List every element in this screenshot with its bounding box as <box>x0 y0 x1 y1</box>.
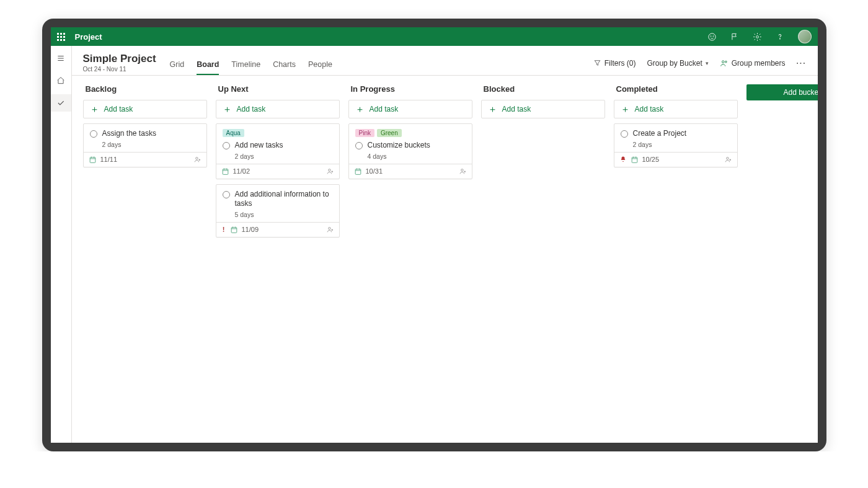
project-dates: Oct 24 - Nov 11 <box>83 66 156 73</box>
complete-toggle[interactable] <box>621 130 628 138</box>
svg-point-10 <box>328 169 330 171</box>
svg-point-2 <box>712 35 713 36</box>
svg-point-0 <box>708 33 715 40</box>
bucket-title: Blocked <box>484 84 605 94</box>
user-avatar[interactable] <box>798 30 812 43</box>
flag-icon[interactable] <box>730 32 739 41</box>
nav-menu-icon[interactable] <box>51 50 72 67</box>
task-card[interactable]: AquaAdd new tasks2 days11/02 <box>216 123 340 179</box>
complete-toggle[interactable] <box>223 142 230 149</box>
chevron-down-icon: ▾ <box>706 60 709 66</box>
add-task-button[interactable]: ＋Add task <box>216 100 340 118</box>
add-task-button[interactable]: ＋Add task <box>348 100 472 118</box>
bucket: Up Next＋Add taskAquaAdd new tasks2 days1… <box>216 84 340 434</box>
bucket: In Progress＋Add taskPinkGreenCustomize b… <box>348 84 472 434</box>
task-footer: !11/09 <box>216 222 339 237</box>
svg-rect-15 <box>632 157 637 162</box>
project-heading: Simple Project Oct 24 - Nov 11 <box>83 53 156 73</box>
task-title: Customize buckets <box>368 141 466 151</box>
add-bucket-button[interactable]: Add bucket <box>746 84 818 100</box>
board: Backlog＋Add taskAssign the tasks2 days11… <box>72 76 818 443</box>
nav-home-icon[interactable] <box>51 72 72 89</box>
task-footer: 10/31 <box>349 164 472 179</box>
svg-point-16 <box>726 157 728 159</box>
add-task-label: Add task <box>237 105 266 113</box>
priority-icon: ! <box>221 226 226 233</box>
groupby-label: Group by Bucket <box>647 59 702 68</box>
more-actions-button[interactable]: ··· <box>796 59 806 68</box>
complete-toggle[interactable] <box>223 191 230 198</box>
tab-charts[interactable]: Charts <box>273 60 296 75</box>
calendar-icon <box>221 167 229 175</box>
plus-icon: ＋ <box>621 105 630 113</box>
svg-point-1 <box>711 35 711 36</box>
assign-person-icon <box>724 156 732 164</box>
complete-toggle[interactable] <box>90 130 97 138</box>
filters-button[interactable]: Filters (0) <box>593 59 636 68</box>
tab-timeline[interactable]: Timeline <box>231 60 260 75</box>
svg-point-5 <box>722 60 724 63</box>
bucket-title: Completed <box>616 84 738 94</box>
device-frame: Project <box>42 19 826 451</box>
task-duration: 2 days <box>235 153 333 160</box>
nav-tasks-icon[interactable] <box>51 94 72 112</box>
calendar-icon <box>89 156 97 164</box>
assign-button[interactable] <box>326 226 334 234</box>
assign-button[interactable] <box>459 167 467 175</box>
calendar-icon <box>230 226 238 234</box>
add-task-button[interactable]: ＋Add task <box>481 100 605 118</box>
task-label: Green <box>377 129 402 137</box>
assign-person-icon <box>193 156 202 164</box>
filter-icon <box>593 59 601 67</box>
task-title: Add new tasks <box>235 141 333 151</box>
task-card[interactable]: Add additional information to tasks5 day… <box>216 184 340 237</box>
add-task-label: Add task <box>370 105 399 113</box>
task-title: Assign the tasks <box>102 129 200 139</box>
svg-rect-13 <box>355 169 361 174</box>
smiley-icon[interactable] <box>707 32 717 42</box>
bucket-title: In Progress <box>351 84 472 94</box>
add-task-button[interactable]: ＋Add task <box>614 100 738 118</box>
project-title: Simple Project <box>83 53 156 65</box>
task-labels: PinkGreen <box>355 129 466 137</box>
help-icon[interactable] <box>776 32 784 41</box>
task-card[interactable]: Create a Project2 days10/25 <box>614 123 738 167</box>
assign-button[interactable] <box>193 156 202 164</box>
task-label: Pink <box>355 129 374 137</box>
tab-people[interactable]: People <box>308 60 332 75</box>
command-bar-right: Filters (0) Group by Bucket ▾ Group memb… <box>593 59 807 68</box>
task-footer: 11/02 <box>216 164 339 179</box>
group-members-button[interactable]: Group members <box>720 59 786 68</box>
task-date: 10/31 <box>366 167 383 175</box>
task-duration: 2 days <box>633 141 731 148</box>
assign-button[interactable] <box>326 167 334 175</box>
assign-person-icon <box>326 226 334 234</box>
svg-point-4 <box>779 38 780 39</box>
task-card[interactable]: Assign the tasks2 days11/11 <box>83 123 207 167</box>
command-bar: Simple Project Oct 24 - Nov 11 Grid Boar… <box>72 46 818 76</box>
reminder-icon <box>619 156 627 163</box>
bucket-title: Up Next <box>218 84 340 94</box>
svg-rect-9 <box>223 169 228 174</box>
assign-person-icon <box>459 167 467 175</box>
svg-point-8 <box>195 157 197 159</box>
bucket-title: Backlog <box>86 84 207 94</box>
tab-board[interactable]: Board <box>197 60 219 75</box>
task-card[interactable]: PinkGreenCustomize buckets4 days10/31 <box>348 123 472 179</box>
tab-grid[interactable]: Grid <box>170 60 185 75</box>
add-task-button[interactable]: ＋Add task <box>83 100 207 118</box>
settings-icon[interactable] <box>753 32 762 42</box>
bucket: Backlog＋Add taskAssign the tasks2 days11… <box>83 84 207 434</box>
people-icon <box>720 59 728 68</box>
left-nav <box>51 46 72 443</box>
app-launcher-icon[interactable] <box>57 33 65 41</box>
groupby-button[interactable]: Group by Bucket ▾ <box>647 59 708 68</box>
app-bar: Project <box>51 27 818 46</box>
filters-label: Filters (0) <box>604 59 636 68</box>
assign-button[interactable] <box>724 156 732 164</box>
task-date: 11/11 <box>100 156 118 163</box>
task-title: Create a Project <box>633 129 731 139</box>
plus-icon: ＋ <box>488 105 497 113</box>
assign-person-icon <box>326 167 334 175</box>
complete-toggle[interactable] <box>355 142 363 149</box>
